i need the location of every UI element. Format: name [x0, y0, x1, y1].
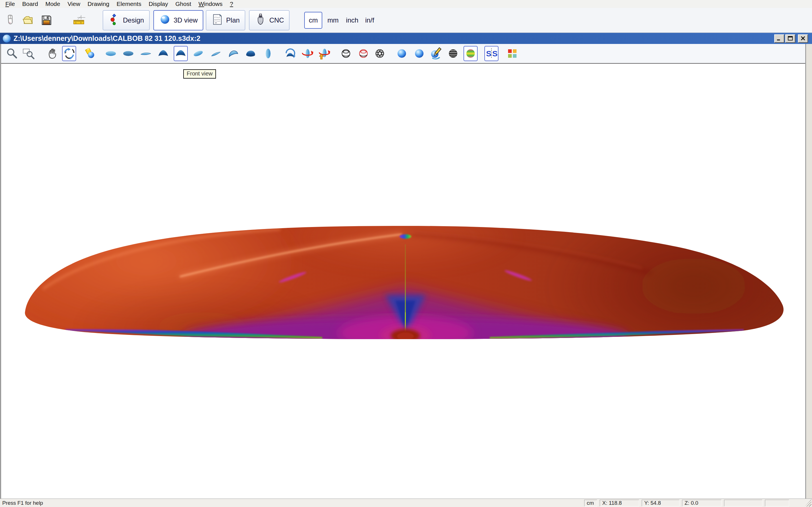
curvature-sphere-icon — [464, 47, 477, 60]
ruler-button[interactable]: 10 — [71, 10, 87, 31]
close-button[interactable] — [798, 34, 808, 43]
wireframe-sphere-button[interactable] — [339, 46, 353, 61]
color-tiles-icon — [506, 47, 518, 60]
cnc-icon — [255, 13, 266, 27]
3d-view-button[interactable]: 3D view — [153, 10, 203, 31]
paint-sphere-button[interactable] — [428, 46, 443, 61]
3d-view-label: 3D view — [174, 16, 198, 24]
mouse-button[interactable] — [2, 10, 18, 31]
spin-vertical-icon — [318, 47, 330, 60]
unit-in-f-button[interactable]: in/f — [362, 12, 377, 29]
zebra-sphere-icon — [447, 47, 459, 60]
menu-item-ghost[interactable]: Ghost — [172, 1, 195, 7]
plan-label: Plan — [226, 16, 240, 24]
color-tiles-button[interactable] — [505, 46, 519, 61]
status-help-text: Press F1 for help — [0, 500, 43, 506]
rotate-view-button[interactable] — [62, 46, 76, 61]
wireframe-slices-button[interactable] — [356, 46, 370, 61]
bottom-view-icon — [122, 47, 135, 60]
menu-item-file[interactable]: File — [2, 1, 18, 7]
unit-mm-button[interactable]: mm — [324, 12, 342, 29]
menu-item-drawing[interactable]: Drawing — [84, 1, 113, 7]
plan-icon — [211, 13, 223, 27]
shaded-sphere-button[interactable] — [395, 46, 409, 61]
menu-item-view[interactable]: View — [64, 1, 84, 7]
open-folder-button[interactable] — [20, 10, 37, 31]
maximize-button[interactable] — [785, 34, 795, 43]
mesh-sphere-icon — [373, 47, 386, 60]
cnc-button[interactable]: CNC — [249, 10, 290, 31]
end-view-button[interactable] — [261, 46, 275, 61]
main-toolbar: 10 Design3D viewPlanCNC cmmminchin/f — [0, 8, 812, 33]
rotate-board-icon — [284, 47, 296, 60]
view-toolbar: SS — [1, 44, 805, 63]
open-folder-icon — [22, 14, 35, 27]
side-view-button[interactable] — [139, 46, 153, 61]
board-3d-render — [1, 64, 805, 499]
spin-horizontal-button[interactable] — [301, 46, 315, 61]
symmetry-button[interactable]: SS — [485, 46, 499, 61]
status-bar: Press F1 for help cm X: 118.8 Y: 54.8 Z:… — [0, 499, 812, 507]
window-controls — [773, 34, 808, 43]
menu-item-display[interactable]: Display — [145, 1, 172, 7]
menu-item-windows[interactable]: Windows — [195, 1, 226, 7]
design-label: Design — [123, 16, 144, 24]
paint-sphere-icon — [429, 47, 442, 60]
wireframe-slices-icon — [357, 47, 370, 60]
pan-button[interactable] — [46, 46, 60, 61]
svg-text:S: S — [486, 49, 492, 58]
status-empty-panel-2 — [765, 500, 789, 506]
light-icon — [84, 47, 96, 60]
plan-button[interactable]: Plan — [206, 10, 245, 31]
perspective-1-button[interactable] — [191, 46, 205, 61]
design-icon — [108, 13, 120, 27]
perspective-3-button[interactable] — [226, 46, 240, 61]
window-title: Z:\Users\dennery\Downloads\CALBOB 82 31 … — [13, 34, 200, 43]
svg-text:S: S — [492, 49, 498, 58]
back-view-button[interactable] — [156, 46, 170, 61]
front-view-button[interactable] — [174, 46, 188, 61]
perspective-2-icon — [209, 47, 222, 60]
pan-icon — [47, 47, 59, 60]
mesh-sphere-button[interactable] — [373, 46, 387, 61]
shaded-sphere-2-button[interactable] — [412, 46, 426, 61]
menu-item-help[interactable]: ? — [226, 1, 237, 7]
menu-item-mode[interactable]: Mode — [42, 1, 64, 7]
svg-text:0: 0 — [80, 22, 82, 24]
zoom-button[interactable] — [5, 46, 19, 61]
unit-inch-button[interactable]: inch — [343, 12, 361, 29]
status-y-coordinate: Y: 54.8 — [642, 500, 679, 506]
rotate-board-button[interactable] — [283, 46, 297, 61]
zebra-sphere-button[interactable] — [446, 46, 460, 61]
document-sphere-icon — [3, 35, 11, 43]
perspective-4-icon — [245, 47, 257, 60]
wireframe-sphere-icon — [340, 47, 352, 60]
spin-vertical-button[interactable] — [317, 46, 331, 61]
viewport-canvas[interactable] — [1, 63, 805, 499]
perspective-2-button[interactable] — [209, 46, 223, 61]
perspective-4-button[interactable] — [244, 46, 258, 61]
resize-grip[interactable] — [805, 499, 811, 507]
status-z-coordinate: Z: 0.0 — [682, 500, 721, 506]
status-x-coordinate: X: 118.8 — [600, 500, 639, 506]
minimize-button[interactable] — [774, 34, 784, 43]
menu-bar: FileBoardModeViewDrawingElementsDisplayG… — [0, 0, 812, 8]
light-button[interactable] — [83, 46, 97, 61]
status-empty-panel-1 — [724, 500, 762, 506]
app-frame-strip — [806, 44, 812, 499]
mdi-titlebar[interactable]: Z:\Users\dennery\Downloads\CALBOB 82 31 … — [0, 33, 812, 44]
menu-item-elements[interactable]: Elements — [113, 1, 145, 7]
design-button[interactable]: Design — [103, 10, 150, 31]
bottom-view-button[interactable] — [121, 46, 135, 61]
zoom-icon — [6, 47, 18, 60]
zoom-window-icon — [22, 47, 35, 60]
mdi-frame-left — [0, 44, 1, 499]
unit-cm-button[interactable]: cm — [304, 12, 322, 29]
zoom-window-button[interactable] — [21, 46, 36, 61]
top-view-button[interactable] — [104, 46, 118, 61]
shaded-sphere-icon — [396, 47, 408, 60]
curvature-sphere-button[interactable] — [463, 46, 477, 61]
save-button[interactable] — [38, 10, 55, 31]
menu-item-board[interactable]: Board — [18, 1, 42, 7]
sphere3d-icon — [159, 13, 171, 27]
